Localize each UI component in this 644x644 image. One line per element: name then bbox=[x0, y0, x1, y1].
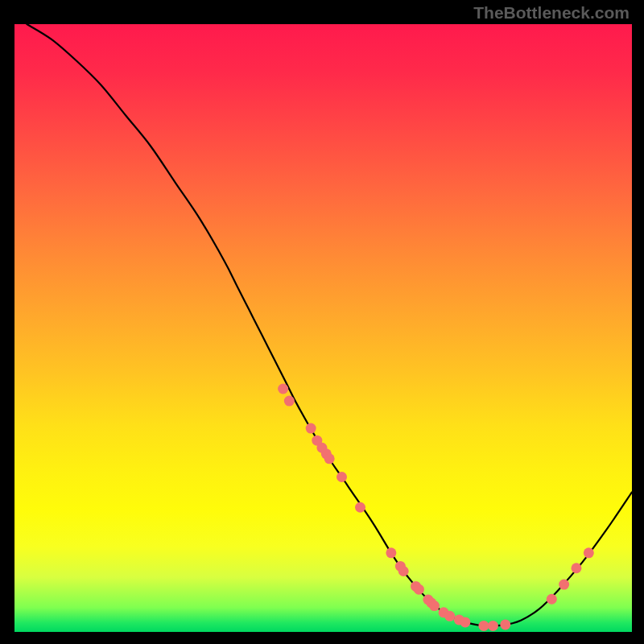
chart-marker bbox=[278, 384, 288, 394]
chart-marker bbox=[336, 472, 347, 482]
chart-marker bbox=[324, 453, 335, 464]
chart-marker bbox=[444, 611, 455, 621]
chart-marker bbox=[559, 580, 569, 590]
chart-marker bbox=[571, 563, 581, 573]
chart-marker bbox=[429, 601, 440, 611]
watermark-text: TheBottleneck.com bbox=[473, 3, 630, 23]
chart-marker bbox=[355, 502, 365, 513]
chart-marker bbox=[547, 594, 557, 605]
chart-curve-line bbox=[27, 24, 632, 626]
chart-marker bbox=[584, 547, 594, 558]
chart-marker bbox=[488, 621, 498, 631]
chart-marker bbox=[306, 423, 316, 434]
chart-svg bbox=[14, 24, 632, 632]
chart-marker bbox=[478, 621, 489, 631]
chart-marker bbox=[386, 547, 396, 558]
chart-marker bbox=[284, 396, 295, 407]
chart-marker bbox=[414, 584, 424, 595]
chart-marker bbox=[398, 566, 409, 576]
chart-markers-group bbox=[278, 384, 594, 631]
chart-plot-area bbox=[14, 24, 632, 632]
chart-marker bbox=[500, 619, 510, 630]
chart-marker bbox=[460, 617, 470, 627]
